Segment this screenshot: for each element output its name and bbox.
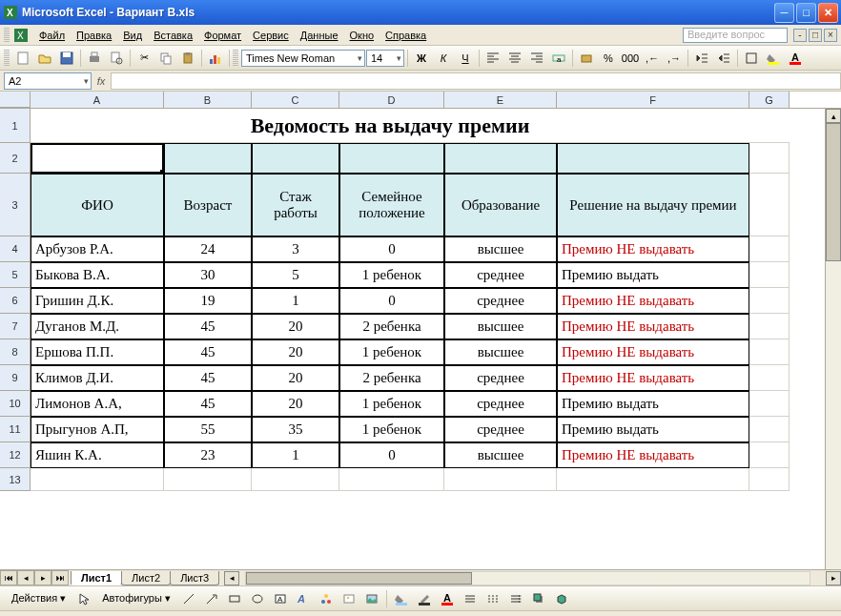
cell-age-6[interactable]: 45 [164,391,252,417]
cell-G-12[interactable] [749,442,790,468]
row-header-6[interactable]: 6 [0,288,31,314]
cell-stage-4[interactable]: 20 [252,339,339,365]
tab-next-button[interactable]: ▸ [34,570,51,585]
cell-fio-0[interactable]: Арбузов Р.А. [31,236,164,262]
font-color-button[interactable]: A [785,48,806,69]
bold-button[interactable]: Ж [411,48,432,69]
cell-G3[interactable] [749,174,790,236]
header-5[interactable]: Решение на выдачу премии [557,174,749,236]
print-button[interactable] [84,48,105,69]
underline-button[interactable]: Ч [455,48,476,69]
cell-age-8[interactable]: 23 [164,442,252,468]
cell-age-5[interactable]: 45 [164,365,252,391]
cell-G-9[interactable] [749,365,790,391]
cell-row13-6[interactable] [749,468,790,491]
row-header-5[interactable]: 5 [0,262,31,288]
cell-edu-5[interactable]: среднее [444,365,557,391]
col-header-A[interactable]: A [31,92,164,108]
currency-button[interactable] [576,48,597,69]
percent-button[interactable]: % [598,48,619,69]
row-header-3[interactable]: 3 [0,174,31,236]
fx-icon[interactable]: fx [92,75,111,87]
wordart-button[interactable]: A [293,588,314,609]
cell-edu-0[interactable]: высшее [444,236,557,262]
mdi-minimize-button[interactable]: - [793,29,807,42]
cell-decision-8[interactable]: Премию НЕ выдавать [557,442,749,468]
cell-fio-1[interactable]: Быкова В.А. [31,262,164,288]
open-button[interactable] [34,48,55,69]
row-header-12[interactable]: 12 [0,442,31,468]
col-header-C[interactable]: C [252,92,339,108]
cell-stage-1[interactable]: 5 [252,262,339,288]
cell-row13-0[interactable] [31,468,164,491]
formula-input[interactable] [111,72,841,90]
header-1[interactable]: Возраст [164,174,252,236]
menu-window[interactable]: Окно [344,28,380,43]
row-header-4[interactable]: 4 [0,236,31,262]
tab-last-button[interactable]: ⏭ [51,570,69,585]
row-header-1[interactable]: 1 [0,109,31,143]
cell-decision-1[interactable]: Премию выдать [557,262,749,288]
close-button[interactable]: ✕ [818,3,838,23]
cell-row13-1[interactable] [164,468,252,491]
fill-color-draw-button[interactable] [391,588,412,609]
cell-decision-5[interactable]: Премию НЕ выдавать [557,365,749,391]
cell-fio-3[interactable]: Дуганов М.Д. [31,314,164,339]
col-header-G[interactable]: G [749,92,790,108]
col-header-B[interactable]: B [164,92,252,108]
cell-row13-4[interactable] [444,468,557,491]
cell-decision-7[interactable]: Премию выдать [557,417,749,442]
cell-stage-0[interactable]: 3 [252,236,339,262]
fill-color-button[interactable] [763,48,784,69]
header-2[interactable]: Стаж работы [252,174,339,236]
3d-button[interactable] [551,588,572,609]
borders-button[interactable] [741,48,762,69]
thousands-button[interactable]: 000 [620,48,641,69]
increase-indent-button[interactable] [713,48,734,69]
menu-data[interactable]: Данные [295,28,344,43]
cell-family-4[interactable]: 1 ребенок [339,339,444,365]
menu-file[interactable]: Файл [33,28,71,43]
tab-first-button[interactable]: ⏮ [0,570,17,585]
copy-button[interactable] [155,48,176,69]
draw-actions-menu[interactable]: Действия ▾ [6,590,72,606]
cell-decision-0[interactable]: Премию НЕ выдавать [557,236,749,262]
cell-row13-3[interactable] [339,468,444,491]
scroll-thumb-h[interactable] [246,572,471,585]
cell-age-4[interactable]: 45 [164,339,252,365]
cell-family-3[interactable]: 2 ребенка [339,314,444,339]
menu-help[interactable]: Справка [379,28,432,43]
cut-button[interactable]: ✂ [133,48,154,69]
diagram-button[interactable] [316,588,337,609]
menu-insert[interactable]: Вставка [148,28,198,43]
cell-decision-3[interactable]: Премию НЕ выдавать [557,314,749,339]
rectangle-button[interactable] [224,588,245,609]
row-header-8[interactable]: 8 [0,339,31,365]
clipart-button[interactable] [338,588,359,609]
sheet-tab-2[interactable]: Лист2 [121,571,171,585]
cell-age-1[interactable]: 30 [164,262,252,288]
cell-G-11[interactable] [749,417,790,442]
font-size-select[interactable]: 14 [366,50,404,67]
align-center-button[interactable] [504,48,525,69]
cell-family-5[interactable]: 2 ребенка [339,365,444,391]
col-header-D[interactable]: D [339,92,444,108]
tab-prev-button[interactable]: ◂ [17,570,34,585]
cell-grid[interactable]: Ведомость на выдачу премииФИОВозрастСтаж… [31,109,841,569]
chart-button[interactable] [205,48,226,69]
col-header-E[interactable]: E [444,92,557,108]
excel-doc-icon[interactable]: X [12,27,30,44]
cell-decision-4[interactable]: Премию НЕ выдавать [557,339,749,365]
paste-button[interactable] [177,48,198,69]
mdi-close-button[interactable]: × [824,29,837,42]
increase-decimal-button[interactable]: ,← [642,48,663,69]
menu-format[interactable]: Формат [198,28,247,43]
sheet-tab-1[interactable]: Лист1 [71,571,122,585]
cell-age-7[interactable]: 55 [164,417,252,442]
cell-family-0[interactable]: 0 [339,236,444,262]
mdi-restore-button[interactable]: □ [809,29,822,42]
select-objects-button[interactable] [73,588,94,609]
cell-family-1[interactable]: 1 ребенок [339,262,444,288]
row-header-2[interactable]: 2 [0,143,31,174]
cell-G-8[interactable] [749,339,790,365]
